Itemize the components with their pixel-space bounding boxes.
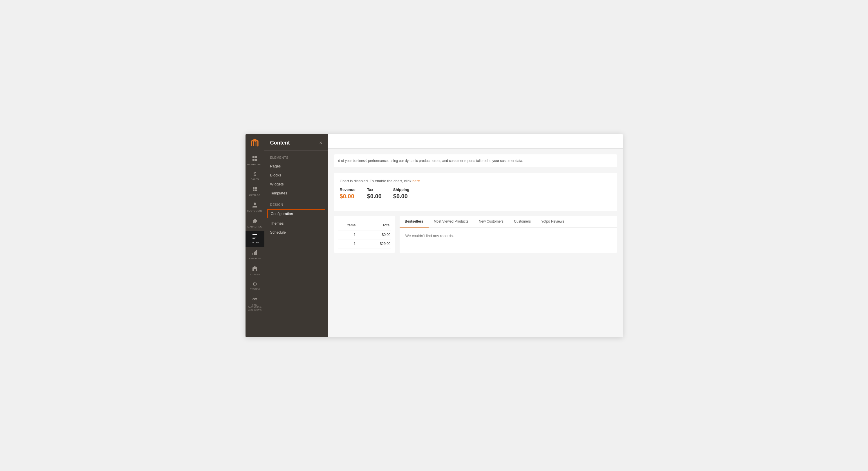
row-total: $29.00 xyxy=(373,242,391,246)
stat-tax: Tax $0.00 xyxy=(367,187,382,200)
stat-tax-label: Tax xyxy=(367,187,382,192)
table-row: 1 $29.00 xyxy=(338,240,391,248)
tabs-bar: Bestsellers Most Viewed Products New Cus… xyxy=(400,216,617,228)
svg-point-20 xyxy=(255,298,257,300)
tabs-section: Bestsellers Most Viewed Products New Cus… xyxy=(400,216,617,253)
app-container: DASHBOARD $ SALES CATALOG xyxy=(246,134,623,337)
dashboard-icon xyxy=(252,156,257,162)
dropdown-header: Content × xyxy=(265,134,328,151)
system-icon: ⚙ xyxy=(252,282,257,287)
welcome-banner: d of your business' performance, using o… xyxy=(334,154,617,167)
col-items: Items xyxy=(338,223,356,227)
stat-revenue-value: $0.00 xyxy=(340,193,355,200)
sidebar-item-system[interactable]: ⚙ SYSTEM xyxy=(246,279,265,294)
tab-yotpo[interactable]: Yotpo Reviews xyxy=(536,216,569,227)
row-total: $0.00 xyxy=(373,233,391,237)
menu-item-pages[interactable]: Pages xyxy=(265,162,328,170)
sidebar-item-label: DASHBOARD xyxy=(247,163,262,166)
sidebar-item-reports[interactable]: REPORTS xyxy=(246,247,265,263)
table-row: 1 $0.00 xyxy=(338,230,391,240)
reports-icon xyxy=(252,250,257,256)
menu-item-templates[interactable]: Templates xyxy=(265,189,328,198)
order-table-header: Items Total xyxy=(338,220,391,230)
svg-rect-4 xyxy=(253,187,254,189)
customers-icon xyxy=(252,202,257,208)
svg-rect-0 xyxy=(252,156,254,158)
section-label-design: Design xyxy=(265,198,328,209)
sidebar-item-marketing[interactable]: MARKETING xyxy=(246,215,265,231)
svg-point-19 xyxy=(253,298,254,300)
content-icon xyxy=(252,234,257,240)
sidebar-item-label: CUSTOMERS xyxy=(247,210,262,213)
menu-item-schedule[interactable]: Schedule xyxy=(265,228,328,237)
sidebar-logo xyxy=(246,134,265,153)
no-records-text: We couldn't find any records. xyxy=(405,233,611,238)
stat-revenue: Revenue $0.00 xyxy=(340,187,355,200)
svg-point-8 xyxy=(254,202,256,205)
sidebar-item-label: FIND PARTNERS & EXTENSIONS xyxy=(247,304,263,311)
stats-row: Revenue $0.00 Tax $0.00 Shipping $0.00 xyxy=(340,187,611,200)
svg-rect-15 xyxy=(252,253,253,255)
dropdown-panel: Content × Elements Pages Blocks Widgets … xyxy=(265,134,328,337)
tab-content: We couldn't find any records. xyxy=(400,228,617,244)
col-total: Total xyxy=(373,223,391,227)
sidebar-item-label: REPORTS xyxy=(249,257,261,260)
chart-disabled-notice: Chart is disabled. To enable the chart, … xyxy=(340,179,611,183)
sidebar-item-content[interactable]: CONTENT xyxy=(246,231,265,247)
svg-rect-1 xyxy=(255,156,257,158)
sidebar-item-label: MARKETING xyxy=(248,225,262,228)
menu-item-themes[interactable]: Themes xyxy=(265,219,328,228)
row-items: 1 xyxy=(338,233,356,237)
catalog-icon xyxy=(252,187,257,193)
sidebar-item-dashboard[interactable]: DASHBOARD xyxy=(246,153,265,169)
magento-logo-icon xyxy=(250,138,260,149)
sales-icon: $ xyxy=(253,171,256,177)
stat-shipping: Shipping $0.00 xyxy=(393,187,409,200)
top-bar xyxy=(328,134,623,149)
sidebar-item-label: SALES xyxy=(251,178,258,181)
tab-most-viewed[interactable]: Most Viewed Products xyxy=(429,216,474,227)
sidebar: DASHBOARD $ SALES CATALOG xyxy=(246,134,265,337)
stores-icon xyxy=(252,266,257,272)
sidebar-item-label: STORES xyxy=(250,273,260,276)
sidebar-item-sales[interactable]: $ SALES xyxy=(246,168,265,184)
svg-rect-14 xyxy=(252,238,255,239)
sidebar-item-partners[interactable]: FIND PARTNERS & EXTENSIONS xyxy=(246,294,265,314)
svg-rect-11 xyxy=(252,234,257,235)
stat-shipping-value: $0.00 xyxy=(393,193,409,200)
sidebar-item-stores[interactable]: STORES xyxy=(246,263,265,279)
main-content: d of your business' performance, using o… xyxy=(328,134,623,337)
svg-rect-18 xyxy=(256,250,257,255)
tab-bestsellers[interactable]: Bestsellers xyxy=(400,216,429,227)
svg-rect-9 xyxy=(256,220,257,222)
sidebar-item-customers[interactable]: CUSTOMERS xyxy=(246,199,265,215)
svg-rect-5 xyxy=(255,187,257,189)
section-label-elements: Elements xyxy=(265,151,328,162)
svg-rect-2 xyxy=(252,159,254,161)
chart-enable-link[interactable]: here xyxy=(412,179,420,183)
sidebar-item-catalog[interactable]: CATALOG xyxy=(246,184,265,200)
svg-rect-3 xyxy=(255,159,257,161)
menu-item-widgets[interactable]: Widgets xyxy=(265,180,328,189)
svg-rect-12 xyxy=(252,236,255,236)
svg-rect-13 xyxy=(252,237,256,238)
stat-shipping-label: Shipping xyxy=(393,187,409,192)
row-items: 1 xyxy=(338,242,356,246)
marketing-icon xyxy=(252,218,257,224)
stat-tax-value: $0.00 xyxy=(367,193,382,200)
content-area: d of your business' performance, using o… xyxy=(328,149,623,337)
svg-rect-6 xyxy=(253,189,254,191)
sidebar-item-label: SYSTEM xyxy=(250,288,260,291)
svg-rect-10 xyxy=(253,222,254,223)
svg-rect-16 xyxy=(254,252,255,255)
tab-new-customers[interactable]: New Customers xyxy=(474,216,509,227)
partners-icon xyxy=(252,296,257,303)
dropdown-title: Content xyxy=(270,140,290,146)
tab-customers[interactable]: Customers xyxy=(509,216,536,227)
svg-rect-7 xyxy=(255,189,257,191)
menu-item-configuration[interactable]: Configuration xyxy=(267,209,325,218)
svg-rect-17 xyxy=(255,251,256,255)
menu-item-blocks[interactable]: Blocks xyxy=(265,170,328,180)
welcome-description: d of your business' performance, using o… xyxy=(338,159,523,163)
close-button[interactable]: × xyxy=(319,140,322,146)
